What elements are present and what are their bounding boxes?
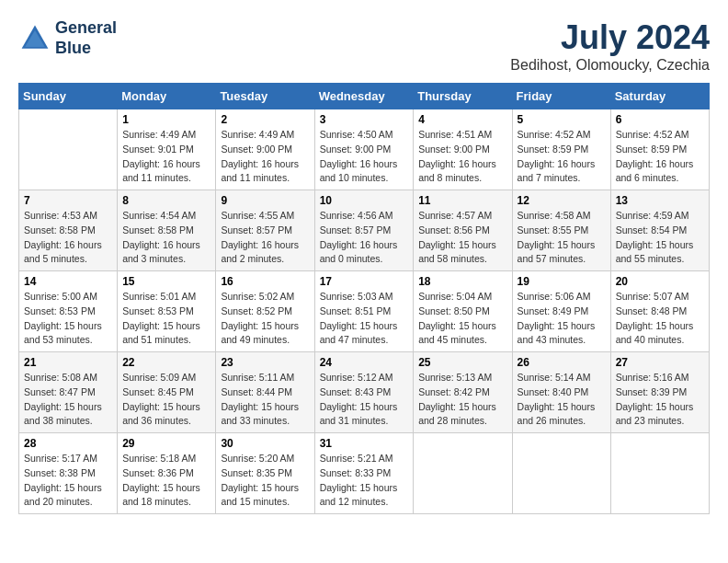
weekday-header-wednesday: Wednesday (314, 84, 414, 109)
day-number: 15 (122, 275, 210, 288)
day-number: 1 (122, 113, 210, 126)
day-info: Sunrise: 4:57 AM Sunset: 8:56 PM Dayligh… (418, 209, 506, 267)
day-info: Sunrise: 5:09 AM Sunset: 8:45 PM Dayligh… (122, 371, 210, 429)
calendar-cell: 17Sunrise: 5:03 AM Sunset: 8:51 PM Dayli… (314, 271, 414, 352)
day-number: 2 (221, 113, 309, 126)
day-number: 11 (418, 194, 506, 207)
calendar-cell: 4Sunrise: 4:51 AM Sunset: 9:00 PM Daylig… (414, 109, 512, 190)
logo: General Blue (18, 18, 117, 58)
day-info: Sunrise: 5:08 AM Sunset: 8:47 PM Dayligh… (24, 371, 112, 429)
calendar-week-row: 28Sunrise: 5:17 AM Sunset: 8:38 PM Dayli… (19, 433, 710, 514)
day-info: Sunrise: 5:14 AM Sunset: 8:40 PM Dayligh… (518, 371, 606, 429)
calendar-cell: 9Sunrise: 4:55 AM Sunset: 8:57 PM Daylig… (216, 190, 314, 271)
day-info: Sunrise: 5:04 AM Sunset: 8:50 PM Dayligh… (418, 290, 506, 348)
calendar-cell: 25Sunrise: 5:13 AM Sunset: 8:42 PM Dayli… (414, 352, 512, 433)
calendar-cell: 12Sunrise: 4:58 AM Sunset: 8:55 PM Dayli… (512, 190, 610, 271)
day-number: 14 (24, 275, 112, 288)
calendar-table: SundayMondayTuesdayWednesdayThursdayFrid… (18, 83, 710, 514)
calendar-cell: 5Sunrise: 4:52 AM Sunset: 8:59 PM Daylig… (512, 109, 610, 190)
calendar-cell: 24Sunrise: 5:12 AM Sunset: 8:43 PM Dayli… (314, 352, 414, 433)
day-number: 28 (24, 437, 112, 450)
day-info: Sunrise: 5:16 AM Sunset: 8:39 PM Dayligh… (616, 371, 704, 429)
day-info: Sunrise: 5:20 AM Sunset: 8:35 PM Dayligh… (221, 452, 309, 510)
weekday-header-sunday: Sunday (19, 84, 118, 109)
day-number: 3 (320, 113, 409, 126)
day-info: Sunrise: 5:02 AM Sunset: 8:52 PM Dayligh… (221, 290, 309, 348)
logo-icon (18, 22, 51, 55)
day-info: Sunrise: 4:52 AM Sunset: 8:59 PM Dayligh… (616, 128, 704, 186)
day-info: Sunrise: 5:00 AM Sunset: 8:53 PM Dayligh… (24, 290, 112, 348)
day-info: Sunrise: 5:03 AM Sunset: 8:51 PM Dayligh… (320, 290, 409, 348)
title-block: July 2024 Bedihost, Olomoucky, Czechia (510, 18, 710, 74)
day-number: 9 (221, 194, 309, 207)
day-info: Sunrise: 4:59 AM Sunset: 8:54 PM Dayligh… (616, 209, 704, 267)
calendar-cell: 6Sunrise: 4:52 AM Sunset: 8:59 PM Daylig… (610, 109, 709, 190)
calendar-cell: 28Sunrise: 5:17 AM Sunset: 8:38 PM Dayli… (19, 433, 118, 514)
day-number: 20 (616, 275, 704, 288)
calendar-cell: 22Sunrise: 5:09 AM Sunset: 8:45 PM Dayli… (118, 352, 216, 433)
day-info: Sunrise: 4:49 AM Sunset: 9:00 PM Dayligh… (221, 128, 309, 186)
calendar-cell (19, 109, 118, 190)
day-info: Sunrise: 5:11 AM Sunset: 8:44 PM Dayligh… (221, 371, 309, 429)
day-info: Sunrise: 5:07 AM Sunset: 8:48 PM Dayligh… (616, 290, 704, 348)
day-number: 10 (320, 194, 409, 207)
weekday-header-friday: Friday (512, 84, 610, 109)
calendar-week-row: 14Sunrise: 5:00 AM Sunset: 8:53 PM Dayli… (19, 271, 710, 352)
day-number: 27 (616, 356, 704, 369)
calendar-cell: 8Sunrise: 4:54 AM Sunset: 8:58 PM Daylig… (118, 190, 216, 271)
calendar-cell: 20Sunrise: 5:07 AM Sunset: 8:48 PM Dayli… (610, 271, 709, 352)
day-number: 30 (221, 437, 309, 450)
calendar-week-row: 1Sunrise: 4:49 AM Sunset: 9:01 PM Daylig… (19, 109, 710, 190)
calendar-cell: 13Sunrise: 4:59 AM Sunset: 8:54 PM Dayli… (610, 190, 709, 271)
calendar-cell: 27Sunrise: 5:16 AM Sunset: 8:39 PM Dayli… (610, 352, 709, 433)
calendar-week-row: 21Sunrise: 5:08 AM Sunset: 8:47 PM Dayli… (19, 352, 710, 433)
calendar-cell: 15Sunrise: 5:01 AM Sunset: 8:53 PM Dayli… (118, 271, 216, 352)
day-number: 22 (122, 356, 210, 369)
day-info: Sunrise: 5:01 AM Sunset: 8:53 PM Dayligh… (122, 290, 210, 348)
day-info: Sunrise: 4:49 AM Sunset: 9:01 PM Dayligh… (122, 128, 210, 186)
day-number: 5 (518, 113, 606, 126)
day-info: Sunrise: 5:13 AM Sunset: 8:42 PM Dayligh… (418, 371, 506, 429)
day-number: 8 (122, 194, 210, 207)
weekday-header-row: SundayMondayTuesdayWednesdayThursdayFrid… (19, 84, 710, 109)
calendar-cell: 3Sunrise: 4:50 AM Sunset: 9:00 PM Daylig… (314, 109, 414, 190)
day-info: Sunrise: 5:17 AM Sunset: 8:38 PM Dayligh… (24, 452, 112, 510)
day-info: Sunrise: 5:21 AM Sunset: 8:33 PM Dayligh… (320, 452, 409, 510)
weekday-header-thursday: Thursday (414, 84, 512, 109)
day-number: 17 (320, 275, 409, 288)
day-info: Sunrise: 4:58 AM Sunset: 8:55 PM Dayligh… (518, 209, 606, 267)
calendar-cell: 26Sunrise: 5:14 AM Sunset: 8:40 PM Dayli… (512, 352, 610, 433)
day-info: Sunrise: 4:56 AM Sunset: 8:57 PM Dayligh… (320, 209, 409, 267)
day-info: Sunrise: 5:18 AM Sunset: 8:36 PM Dayligh… (122, 452, 210, 510)
day-info: Sunrise: 5:06 AM Sunset: 8:49 PM Dayligh… (518, 290, 606, 348)
day-number: 21 (24, 356, 112, 369)
day-number: 18 (418, 275, 506, 288)
calendar-cell: 30Sunrise: 5:20 AM Sunset: 8:35 PM Dayli… (216, 433, 314, 514)
calendar-cell: 7Sunrise: 4:53 AM Sunset: 8:58 PM Daylig… (19, 190, 118, 271)
calendar-cell: 29Sunrise: 5:18 AM Sunset: 8:36 PM Dayli… (118, 433, 216, 514)
day-info: Sunrise: 4:52 AM Sunset: 8:59 PM Dayligh… (518, 128, 606, 186)
day-number: 25 (418, 356, 506, 369)
weekday-header-monday: Monday (118, 84, 216, 109)
calendar-cell (414, 433, 512, 514)
logo-text: General Blue (55, 18, 117, 58)
calendar-cell: 10Sunrise: 4:56 AM Sunset: 8:57 PM Dayli… (314, 190, 414, 271)
day-number: 16 (221, 275, 309, 288)
day-number: 31 (320, 437, 409, 450)
day-number: 12 (518, 194, 606, 207)
calendar-cell: 11Sunrise: 4:57 AM Sunset: 8:56 PM Dayli… (414, 190, 512, 271)
calendar-cell: 1Sunrise: 4:49 AM Sunset: 9:01 PM Daylig… (118, 109, 216, 190)
day-number: 6 (616, 113, 704, 126)
calendar-cell (610, 433, 709, 514)
month-title: July 2024 (510, 18, 710, 57)
page-header: General Blue July 2024 Bedihost, Olomouc… (18, 18, 710, 74)
calendar-cell: 18Sunrise: 5:04 AM Sunset: 8:50 PM Dayli… (414, 271, 512, 352)
location: Bedihost, Olomoucky, Czechia (510, 57, 710, 74)
weekday-header-tuesday: Tuesday (216, 84, 314, 109)
day-info: Sunrise: 4:55 AM Sunset: 8:57 PM Dayligh… (221, 209, 309, 267)
day-info: Sunrise: 4:53 AM Sunset: 8:58 PM Dayligh… (24, 209, 112, 267)
calendar-cell: 19Sunrise: 5:06 AM Sunset: 8:49 PM Dayli… (512, 271, 610, 352)
day-info: Sunrise: 5:12 AM Sunset: 8:43 PM Dayligh… (320, 371, 409, 429)
day-info: Sunrise: 4:50 AM Sunset: 9:00 PM Dayligh… (320, 128, 409, 186)
calendar-week-row: 7Sunrise: 4:53 AM Sunset: 8:58 PM Daylig… (19, 190, 710, 271)
